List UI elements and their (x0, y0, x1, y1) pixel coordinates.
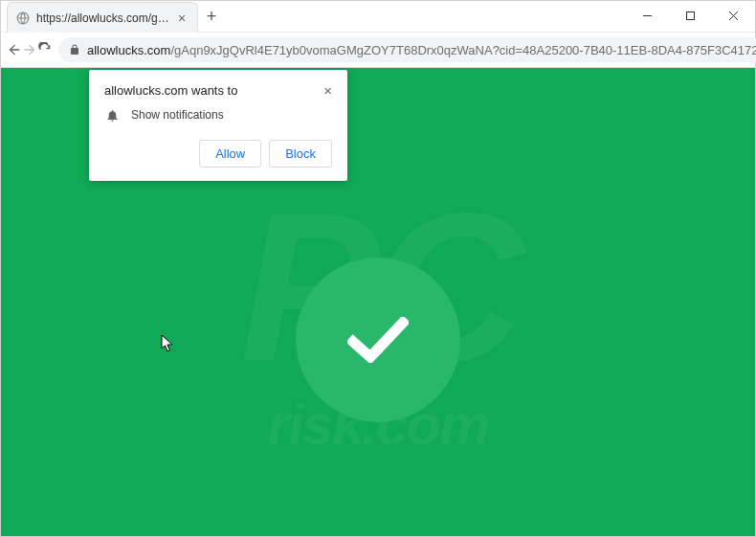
mouse-cursor-icon (161, 334, 174, 353)
new-tab-button[interactable]: + (198, 3, 225, 30)
browser-tab[interactable]: https://allowlucks.com/gAqn9xJg × (7, 2, 198, 33)
allow-button[interactable]: Allow (199, 140, 261, 168)
url-field[interactable]: allowlucks.com/gAqn9xJgQvRl4E71yb0vomaGM… (58, 37, 756, 62)
success-circle (296, 257, 460, 422)
maximize-button[interactable] (669, 1, 712, 30)
close-window-button[interactable] (712, 1, 755, 30)
browser-window: https://allowlucks.com/gAqn9xJg × + (0, 0, 756, 537)
tab-close-icon[interactable]: × (174, 11, 189, 26)
notification-header: allowlucks.com wants to × (104, 83, 332, 98)
svg-rect-2 (687, 11, 695, 19)
checkmark-icon (347, 317, 409, 363)
notification-buttons: Allow Block (104, 140, 332, 168)
block-button[interactable]: Block (269, 140, 332, 168)
title-bar: https://allowlucks.com/gAqn9xJg × + (1, 1, 755, 33)
url-text: allowlucks.com/gAqn9xJgQvRl4E71yb0vomaGM… (87, 43, 756, 57)
notification-title: allowlucks.com wants to (104, 83, 237, 98)
notification-permission-popup: allowlucks.com wants to × Show notificat… (89, 70, 347, 181)
notification-text: Show notifications (131, 108, 224, 122)
reload-button[interactable] (37, 36, 53, 63)
back-button[interactable] (7, 36, 22, 63)
forward-button[interactable] (22, 36, 37, 63)
window-controls (626, 1, 755, 30)
tab-favicon-icon (15, 11, 31, 26)
bell-icon (104, 107, 120, 123)
notification-close-icon[interactable]: × (323, 83, 332, 98)
lock-icon (68, 43, 81, 56)
minimize-button[interactable] (626, 1, 669, 30)
address-bar: allowlucks.com/gAqn9xJgQvRl4E71yb0vomaGM… (1, 33, 755, 68)
tab-title: https://allowlucks.com/gAqn9xJg (36, 11, 174, 25)
notification-body: Show notifications (104, 107, 332, 123)
